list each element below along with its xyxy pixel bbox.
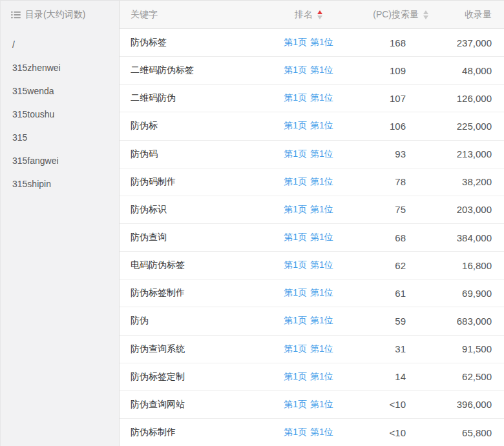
sidebar-item-directory[interactable]: 315shipin bbox=[1, 172, 119, 196]
pc-search-volume-cell: 59 bbox=[346, 316, 430, 327]
sidebar-item-directory[interactable]: 315 bbox=[1, 126, 119, 149]
rank-position-link[interactable]: 第1位 bbox=[310, 120, 333, 132]
directory-sidebar: 目录(大约词数) / 315zhenwei 315wenda 315toushu… bbox=[1, 1, 120, 446]
keyword-table: 关键字 排名 (PC)搜索量 收录量 防伪标签 第1页 第1位 168 23 bbox=[120, 1, 504, 446]
rank-position-link[interactable]: 第1位 bbox=[310, 287, 333, 299]
rank-cell: 第1页 第1位 bbox=[271, 343, 346, 355]
keyword-cell: 防伪查询网站 bbox=[120, 399, 271, 411]
sidebar-item-label: / bbox=[12, 39, 15, 50]
rank-page-link[interactable]: 第1页 bbox=[284, 65, 307, 76]
rank-position-link[interactable]: 第1位 bbox=[310, 427, 333, 438]
rank-position-link[interactable]: 第1位 bbox=[310, 343, 333, 355]
table-row: 防伪查询系统 第1页 第1位 31 91,500 bbox=[120, 336, 504, 363]
index-volume-cell: 38,200 bbox=[430, 176, 504, 187]
table-row: 防伪码制作 第1页 第1位 78 38,200 bbox=[120, 168, 504, 196]
index-volume-cell: 126,000 bbox=[430, 93, 504, 104]
rank-cell: 第1页 第1位 bbox=[271, 259, 346, 271]
rank-page-link[interactable]: 第1页 bbox=[284, 399, 307, 411]
rank-page-link[interactable]: 第1页 bbox=[284, 204, 307, 216]
rank-cell: 第1页 第1位 bbox=[271, 148, 346, 160]
rank-page-link[interactable]: 第1页 bbox=[284, 148, 307, 160]
rank-page-link[interactable]: 第1页 bbox=[284, 92, 307, 104]
rank-page-link[interactable]: 第1页 bbox=[284, 315, 307, 327]
rank-page-link[interactable]: 第1页 bbox=[284, 343, 307, 355]
sidebar-item-label: 315fangwei bbox=[12, 156, 59, 166]
pc-search-volume-cell: <10 bbox=[346, 427, 430, 438]
sidebar-item-directory[interactable]: 315zhenwei bbox=[1, 56, 119, 79]
table-row: 防伪标签制作 第1页 第1位 61 69,900 bbox=[120, 279, 504, 307]
keyword-cell: 防伪标签定制 bbox=[120, 371, 271, 383]
sidebar-item-directory[interactable]: 315toushu bbox=[1, 103, 119, 126]
sidebar-list: / 315zhenwei 315wenda 315toushu 315 315f… bbox=[1, 29, 119, 196]
pc-search-volume-cell: <10 bbox=[346, 399, 430, 410]
rank-page-link[interactable]: 第1页 bbox=[284, 120, 307, 132]
rank-position-link[interactable]: 第1位 bbox=[310, 37, 333, 48]
index-volume-cell: 48,000 bbox=[430, 65, 504, 76]
table-row: 电码防伪标签 第1页 第1位 62 16,800 bbox=[120, 252, 504, 279]
column-header-rank-label: 排名 bbox=[295, 9, 313, 21]
rank-cell: 第1页 第1位 bbox=[271, 427, 346, 438]
pc-search-volume-cell: 75 bbox=[346, 204, 430, 215]
table-row: 防伪查询网站 第1页 第1位 <10 396,000 bbox=[120, 391, 504, 419]
index-volume-cell: 16,800 bbox=[430, 260, 504, 271]
sidebar-item-directory[interactable]: / bbox=[1, 33, 119, 56]
rank-cell: 第1页 第1位 bbox=[271, 65, 346, 76]
rank-position-link[interactable]: 第1位 bbox=[310, 315, 333, 327]
keyword-cell: 电码防伪标签 bbox=[120, 259, 271, 271]
rank-page-link[interactable]: 第1页 bbox=[284, 371, 307, 383]
column-header-keyword: 关键字 bbox=[120, 9, 271, 21]
rank-page-link[interactable]: 第1页 bbox=[284, 427, 307, 438]
table-row: 防伪标识 第1页 第1位 75 203,000 bbox=[120, 196, 504, 224]
table-row: 防伪码 第1页 第1位 93 213,000 bbox=[120, 141, 504, 168]
column-header-rank[interactable]: 排名 bbox=[271, 9, 346, 21]
rank-position-link[interactable]: 第1位 bbox=[310, 92, 333, 104]
rank-cell: 第1页 第1位 bbox=[271, 399, 346, 411]
rank-cell: 第1页 第1位 bbox=[271, 120, 346, 132]
rank-page-link[interactable]: 第1页 bbox=[284, 287, 307, 299]
sidebar-item-label: 315shipin bbox=[12, 179, 51, 189]
column-header-pc-search-label: (PC)搜索量 bbox=[373, 9, 419, 21]
index-volume-cell: 683,000 bbox=[430, 316, 504, 327]
table-row: 防伪 第1页 第1位 59 683,000 bbox=[120, 307, 504, 335]
keyword-cell: 二维码防伪标签 bbox=[120, 65, 271, 76]
table-header-row: 关键字 排名 (PC)搜索量 收录量 bbox=[120, 1, 504, 29]
pc-search-volume-cell: 31 bbox=[346, 343, 430, 354]
rank-cell: 第1页 第1位 bbox=[271, 371, 346, 383]
rank-cell: 第1页 第1位 bbox=[271, 315, 346, 327]
pc-search-volume-cell: 61 bbox=[346, 288, 430, 299]
keyword-cell: 防伪标识 bbox=[120, 204, 271, 216]
keyword-cell: 防伪 bbox=[120, 315, 271, 327]
sort-icon-rank bbox=[317, 10, 322, 19]
column-header-index: 收录量 bbox=[430, 9, 504, 21]
index-volume-cell: 213,000 bbox=[430, 148, 504, 159]
rank-cell: 第1页 第1位 bbox=[271, 287, 346, 299]
index-volume-cell: 203,000 bbox=[430, 204, 504, 215]
index-volume-cell: 91,500 bbox=[430, 343, 504, 354]
rank-page-link[interactable]: 第1页 bbox=[284, 176, 307, 188]
rank-position-link[interactable]: 第1位 bbox=[310, 399, 333, 411]
pc-search-volume-cell: 62 bbox=[346, 260, 430, 271]
rank-position-link[interactable]: 第1位 bbox=[310, 232, 333, 243]
rank-position-link[interactable]: 第1位 bbox=[310, 204, 333, 216]
rank-position-link[interactable]: 第1位 bbox=[310, 148, 333, 160]
rank-position-link[interactable]: 第1位 bbox=[310, 176, 333, 188]
rank-page-link[interactable]: 第1页 bbox=[284, 232, 307, 243]
sidebar-item-directory[interactable]: 315fangwei bbox=[1, 149, 119, 172]
index-volume-cell: 65,800 bbox=[430, 427, 504, 438]
pc-search-volume-cell: 106 bbox=[346, 121, 430, 132]
table-row: 二维码防伪标签 第1页 第1位 109 48,000 bbox=[120, 57, 504, 85]
index-volume-cell: 69,900 bbox=[430, 288, 504, 299]
sidebar-item-directory[interactable]: 315wenda bbox=[1, 79, 119, 103]
column-header-pc-search[interactable]: (PC)搜索量 bbox=[346, 9, 430, 21]
rank-cell: 第1页 第1位 bbox=[271, 232, 346, 243]
table-row: 防伪标签定制 第1页 第1位 14 62,500 bbox=[120, 363, 504, 391]
rank-position-link[interactable]: 第1位 bbox=[310, 65, 333, 76]
list-icon bbox=[11, 11, 21, 19]
rank-position-link[interactable]: 第1位 bbox=[310, 371, 333, 383]
keyword-cell: 防伪查询系统 bbox=[120, 343, 271, 355]
rank-page-link[interactable]: 第1页 bbox=[284, 37, 307, 48]
rank-page-link[interactable]: 第1页 bbox=[284, 259, 307, 271]
rank-position-link[interactable]: 第1位 bbox=[310, 259, 333, 271]
keyword-cell: 防伪码制作 bbox=[120, 176, 271, 188]
pc-search-volume-cell: 168 bbox=[346, 37, 430, 48]
